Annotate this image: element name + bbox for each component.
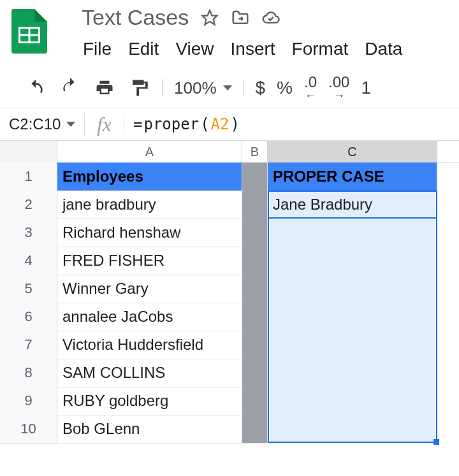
cell-b[interactable] [242,275,268,303]
formula-tok-ref: A2 [211,115,229,133]
toolbar-trailing: 1 [361,78,371,98]
formula-tok-fn: proper [143,115,199,133]
row-header[interactable]: 10 [0,415,57,444]
menu-data[interactable]: Data [363,36,404,62]
cell-a[interactable]: Richard henshaw [57,219,242,247]
zoom-dropdown[interactable]: 100% [174,78,232,98]
cell-c[interactable] [268,387,437,415]
cell-a[interactable]: Bob GLenn [57,415,242,444]
table-row: 8SAM COLLINS [0,359,459,387]
sheets-logo-icon [11,9,47,54]
menu-insert[interactable]: Insert [229,36,277,62]
menu-view[interactable]: View [174,36,215,62]
table-row: 4FRED FISHER [0,247,459,275]
cell-a[interactable]: Winner Gary [57,275,242,303]
sheets-app-icon[interactable] [11,9,51,48]
table-row: 6annalee JaCobs [0,303,459,331]
svg-marker-0 [203,10,217,24]
row-header[interactable]: 5 [0,275,57,303]
col-header-a[interactable]: A [57,141,242,162]
cell-c[interactable] [268,415,437,444]
table-row: 2jane bradburyJane Bradbury [0,191,459,219]
cell-a[interactable]: FRED FISHER [57,247,242,275]
decrease-decimal-label: .0 [304,75,317,90]
cell-a[interactable]: jane bradbury [57,191,242,219]
col-header-b[interactable]: B [242,141,268,162]
cell-c[interactable] [268,359,437,387]
menu-format[interactable]: Format [291,36,350,62]
name-box[interactable]: C2:C10 [0,115,84,133]
chevron-down-icon [66,122,75,127]
menu-edit[interactable]: Edit [127,36,160,62]
row-header[interactable]: 2 [0,191,57,219]
row-header[interactable]: 4 [0,247,57,275]
toolbar-separator [244,79,244,97]
row-header[interactable]: 6 [0,303,57,331]
move-to-folder-icon[interactable] [231,8,250,27]
cell-c[interactable]: Jane Bradbury [268,191,437,219]
cell-b[interactable] [242,247,268,275]
formula-bar: C2:C10 fx =proper(A2) [0,108,459,141]
undo-icon[interactable] [24,76,47,99]
row-header[interactable]: 7 [0,331,57,359]
print-icon[interactable] [93,76,116,99]
cell-c[interactable] [268,331,437,359]
cell-c[interactable]: PROPER CASE [268,162,437,191]
row-header[interactable]: 9 [0,387,57,415]
table-row: 9RUBY goldberg [0,387,459,415]
table-row: 10Bob GLenn [0,415,459,443]
menu-file[interactable]: File [82,36,113,62]
cell-c[interactable] [268,219,437,247]
cell-b[interactable] [242,359,268,387]
select-all-corner[interactable] [0,141,57,162]
arrow-right-icon: → [333,90,345,101]
name-box-value: C2:C10 [9,115,61,133]
cell-b[interactable] [242,162,268,191]
zoom-value: 100% [174,78,217,98]
cell-a[interactable]: annalee JaCobs [57,303,242,331]
spreadsheet-grid[interactable]: A B C 1EmployeesPROPER CASE2jane bradbur… [0,141,459,443]
format-currency[interactable]: $ [256,78,266,98]
cell-c[interactable] [268,247,437,275]
formula-separator [124,115,124,134]
row-header[interactable]: 8 [0,359,57,387]
cell-b[interactable] [242,303,268,331]
cell-c[interactable] [268,303,437,331]
toolbar: 100% $ % .0 ← .00 → 1 [0,62,459,108]
cell-a[interactable]: Victoria Huddersfield [57,331,242,359]
cell-a[interactable]: Employees [57,162,242,191]
col-header-c[interactable]: C [268,141,437,162]
format-percent[interactable]: % [277,78,293,98]
fx-label: fx [84,113,124,136]
table-row: 7Victoria Huddersfield [0,331,459,359]
table-row: 3Richard henshaw [0,219,459,247]
cell-b[interactable] [242,219,268,247]
cloud-status-icon[interactable] [261,8,280,27]
paint-format-icon[interactable] [127,76,150,99]
increase-decimal[interactable]: .00 → [328,75,349,101]
menubar: File Edit View Insert Format Data [64,36,404,62]
row-header[interactable]: 3 [0,219,57,247]
increase-decimal-label: .00 [328,75,349,90]
decrease-decimal[interactable]: .0 ← [304,75,317,101]
cell-b[interactable] [242,387,268,415]
chevron-down-icon [223,85,232,90]
formula-tok-eq: = [133,115,142,133]
titlebar: Text Cases File Edit [0,0,459,62]
redo-icon[interactable] [59,76,82,99]
cell-b[interactable] [242,191,268,219]
formula-tok-paren-close: ) [231,115,240,133]
cell-b[interactable] [242,331,268,359]
arrow-left-icon: ← [305,90,316,101]
cell-a[interactable]: SAM COLLINS [57,359,242,387]
cell-a[interactable]: RUBY goldberg [57,387,242,415]
document-title[interactable]: Text Cases [82,5,189,30]
star-icon[interactable] [200,8,219,27]
cell-b[interactable] [242,415,268,444]
toolbar-separator [162,79,163,97]
cell-c[interactable] [268,275,437,303]
row-header[interactable]: 1 [0,162,57,191]
table-row: 5Winner Gary [0,275,459,303]
formula-input[interactable]: =proper(A2) [133,115,459,133]
table-row: 1EmployeesPROPER CASE [0,162,459,191]
